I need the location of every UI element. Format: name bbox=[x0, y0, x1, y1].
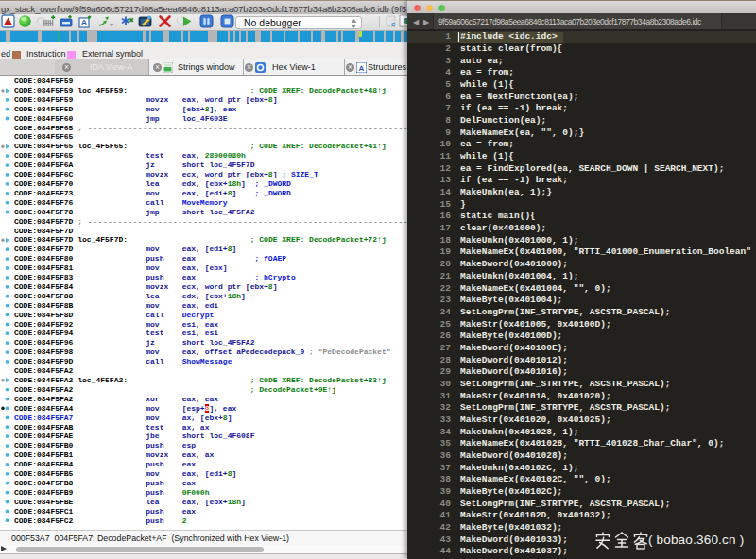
svg-text:c: c bbox=[391, 20, 396, 28]
svg-text:A: A bbox=[81, 18, 88, 27]
svg-text:A: A bbox=[359, 64, 365, 73]
